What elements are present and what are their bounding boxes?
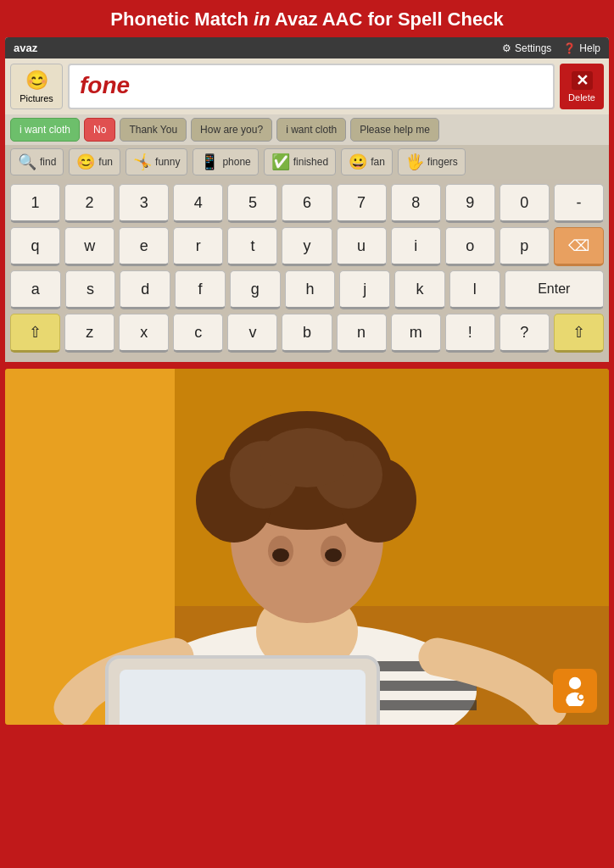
- keyboard-row-zxcv: ⇧ z x c v b n m ! ? ⇧: [10, 314, 604, 353]
- suggestion-phone[interactable]: 📱 phone: [193, 148, 258, 175]
- key-t[interactable]: t: [227, 227, 277, 266]
- find-icon: 🔍: [18, 153, 36, 171]
- key-p[interactable]: p: [500, 227, 550, 266]
- key-m[interactable]: m: [391, 314, 441, 353]
- key-0[interactable]: 0: [500, 184, 550, 223]
- svg-point-14: [260, 428, 354, 487]
- key-7[interactable]: 7: [337, 184, 387, 223]
- key-i[interactable]: i: [391, 227, 441, 266]
- funny-icon: 🤸: [133, 153, 152, 171]
- smiley-icon: 😊: [25, 70, 48, 92]
- avaz-icon: [553, 669, 597, 713]
- delete-button[interactable]: ✕ Delete: [560, 64, 604, 109]
- keyboard-row-asdf: a s d f g h j k l Enter: [10, 270, 604, 309]
- key-w[interactable]: w: [64, 227, 114, 266]
- phrase-button-6[interactable]: Please help me: [350, 118, 439, 142]
- svg-point-17: [272, 548, 289, 562]
- top-bar-actions: ⚙ Settings ❓ Help: [502, 42, 600, 54]
- key-j[interactable]: j: [339, 270, 390, 309]
- phrase-button-5[interactable]: i want cloth: [276, 118, 346, 142]
- finished-icon: ✅: [271, 153, 290, 171]
- settings-button[interactable]: ⚙ Settings: [502, 42, 551, 54]
- key-dash[interactable]: -: [554, 184, 604, 223]
- pictures-button[interactable]: 😊 Pictures: [10, 64, 63, 109]
- shift-right-key[interactable]: ⇧: [554, 314, 604, 353]
- phrase-button-3[interactable]: Thank You: [120, 118, 187, 142]
- key-l[interactable]: l: [449, 270, 500, 309]
- suggestion-find[interactable]: 🔍 find: [10, 148, 64, 175]
- key-z[interactable]: z: [64, 314, 114, 353]
- page-title: Phonetic Match in Avaz AAC for Spell Che…: [12, 8, 602, 31]
- key-3[interactable]: 3: [119, 184, 169, 223]
- key-2[interactable]: 2: [64, 184, 114, 223]
- photo-section: [5, 369, 609, 725]
- key-g[interactable]: g: [230, 270, 281, 309]
- key-n[interactable]: n: [337, 314, 387, 353]
- keyboard-row-qwerty: q w e r t y u i o p ⌫: [10, 227, 604, 266]
- phone-icon: 📱: [200, 153, 219, 171]
- key-x[interactable]: x: [119, 314, 169, 353]
- suggestion-fan[interactable]: 😀 fan: [341, 148, 393, 175]
- person-icon-svg: [560, 676, 590, 706]
- phrase-button-1[interactable]: i want cloth: [10, 118, 80, 142]
- key-q[interactable]: q: [10, 227, 60, 266]
- key-o[interactable]: o: [445, 227, 495, 266]
- phrase-button-4[interactable]: How are you?: [191, 118, 272, 142]
- key-f[interactable]: f: [175, 270, 226, 309]
- fan-icon: 😀: [349, 153, 367, 171]
- suggestion-finished[interactable]: ✅ finished: [264, 148, 336, 175]
- suggestion-funny[interactable]: 🤸 funny: [126, 148, 187, 175]
- backspace-key[interactable]: ⌫: [554, 227, 604, 266]
- svg-point-18: [325, 548, 342, 562]
- svg-point-22: [569, 677, 581, 689]
- child-photo: [5, 369, 609, 725]
- key-h[interactable]: h: [285, 270, 336, 309]
- key-v[interactable]: v: [227, 314, 277, 353]
- app-logo: avaz: [14, 42, 37, 54]
- help-button[interactable]: ❓ Help: [563, 42, 600, 54]
- key-d[interactable]: d: [120, 270, 170, 309]
- key-4[interactable]: 4: [173, 184, 223, 223]
- svg-rect-21: [120, 670, 366, 725]
- key-y[interactable]: y: [282, 227, 332, 266]
- suggestion-fun[interactable]: 😊 fun: [69, 148, 120, 175]
- input-row: 😊 Pictures fone ✕ Delete: [5, 58, 609, 114]
- fingers-icon: 🖐: [405, 153, 424, 171]
- key-s[interactable]: s: [65, 270, 116, 309]
- key-k[interactable]: k: [394, 270, 445, 309]
- key-1[interactable]: 1: [10, 184, 60, 223]
- phrases-row: i want cloth No Thank You How are you? i…: [5, 114, 609, 145]
- key-r[interactable]: r: [173, 227, 223, 266]
- key-question[interactable]: ?: [500, 314, 550, 353]
- enter-key[interactable]: Enter: [505, 270, 604, 309]
- gear-icon: ⚙: [502, 42, 511, 54]
- phrase-button-2[interactable]: No: [84, 118, 115, 142]
- key-exclamation[interactable]: !: [445, 314, 495, 353]
- key-c[interactable]: c: [173, 314, 223, 353]
- keyboard: 1 2 3 4 5 6 7 8 9 0 - q w e r t y u i o …: [5, 179, 609, 362]
- key-e[interactable]: e: [119, 227, 169, 266]
- question-icon: ❓: [563, 42, 576, 54]
- suggestions-row: 🔍 find 😊 fun 🤸 funny 📱 phone ✅ finished …: [5, 145, 609, 179]
- page-header: Phonetic Match in Avaz AAC for Spell Che…: [0, 0, 614, 37]
- key-9[interactable]: 9: [445, 184, 495, 223]
- app-container: avaz ⚙ Settings ❓ Help 😊 Pictures fone ✕…: [5, 37, 609, 362]
- text-input-field[interactable]: fone: [68, 64, 555, 109]
- keyboard-row-numbers: 1 2 3 4 5 6 7 8 9 0 -: [10, 184, 604, 223]
- suggestion-fingers[interactable]: 🖐 fingers: [398, 148, 466, 175]
- key-5[interactable]: 5: [227, 184, 277, 223]
- key-6[interactable]: 6: [282, 184, 332, 223]
- svg-point-25: [579, 695, 583, 699]
- top-bar: avaz ⚙ Settings ❓ Help: [5, 37, 609, 58]
- delete-x-icon: ✕: [572, 71, 593, 90]
- key-a[interactable]: a: [10, 270, 61, 309]
- key-8[interactable]: 8: [391, 184, 441, 223]
- shift-left-key[interactable]: ⇧: [10, 314, 60, 353]
- fun-icon: 😊: [76, 153, 95, 171]
- key-b[interactable]: b: [282, 314, 332, 353]
- key-u[interactable]: u: [337, 227, 387, 266]
